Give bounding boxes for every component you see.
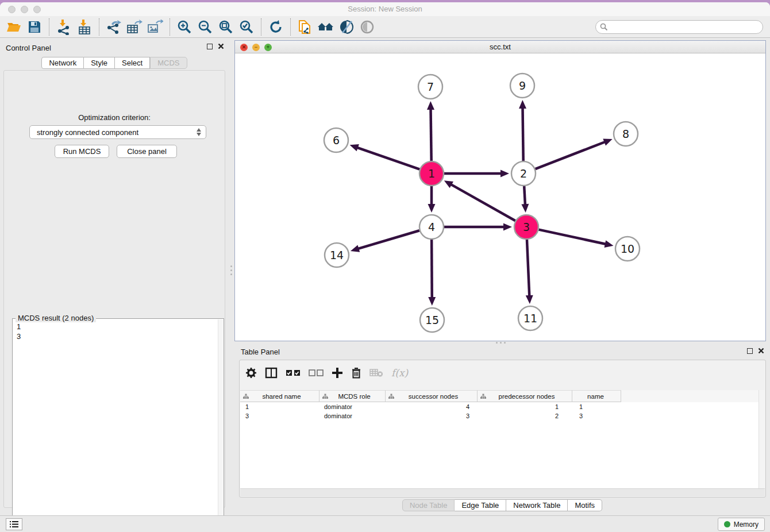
- table-row[interactable]: 3 dominator 3 2 3: [240, 411, 765, 421]
- cell-name[interactable]: 1: [572, 402, 621, 411]
- cell-predecessor-nodes[interactable]: 2: [478, 411, 572, 421]
- optimization-criterion-label: Optimization criterion:: [4, 113, 225, 122]
- table-row[interactable]: 1 dominator 4 1 1: [240, 402, 765, 411]
- cell-shared-name[interactable]: 3: [240, 411, 319, 421]
- table-panel-tabs: Node Table Edge Table Network Table Moti…: [234, 499, 770, 511]
- graph-edge-1-7[interactable]: [431, 109, 432, 161]
- open-file-button[interactable]: [3, 18, 24, 36]
- delete-table-button[interactable]: [369, 368, 383, 377]
- duplicate-network-button[interactable]: [295, 18, 315, 36]
- graph-edge-4-14[interactable]: [357, 230, 419, 249]
- apply-style-button[interactable]: [336, 18, 357, 36]
- zoom-selected-button[interactable]: [236, 18, 257, 36]
- node-table: shared name MCDS role successor nodes pr…: [240, 390, 765, 488]
- tree-icon: [388, 394, 394, 399]
- graph-edge-arrowhead: [351, 245, 360, 252]
- cell-predecessor-nodes[interactable]: 1: [478, 402, 572, 411]
- list-icon: [10, 521, 19, 528]
- refresh-button[interactable]: [265, 18, 286, 36]
- column-header-name[interactable]: name: [572, 390, 621, 402]
- run-mcds-button[interactable]: Run MCDS: [55, 145, 109, 158]
- tab-motifs[interactable]: Motifs: [568, 499, 602, 511]
- column-visibility-button[interactable]: [265, 367, 278, 379]
- import-network-button[interactable]: [53, 18, 74, 36]
- vertical-splitter[interactable]: [229, 265, 233, 280]
- hide-graphics-button[interactable]: [357, 18, 378, 36]
- select-all-button[interactable]: [286, 369, 301, 377]
- import-table-button[interactable]: [74, 18, 95, 36]
- zoom-fit-button[interactable]: [215, 18, 236, 36]
- table-panel-title: Table Panel: [241, 348, 280, 356]
- tab-edge-table[interactable]: Edge Table: [455, 499, 506, 511]
- task-history-button[interactable]: [6, 518, 22, 530]
- zoom-out-button[interactable]: [195, 18, 215, 36]
- column-header-mcds-role[interactable]: MCDS role: [319, 390, 386, 402]
- show-all-networks-button[interactable]: [315, 18, 336, 36]
- table-horizontal-scrollbar[interactable]: [240, 488, 765, 496]
- function-builder-button[interactable]: f(x): [391, 367, 408, 379]
- network-canvas[interactable]: 7968124314101511: [235, 53, 765, 341]
- tree-icon: [243, 394, 249, 399]
- export-network-button[interactable]: [103, 18, 124, 36]
- graph-node-label-4: 4: [428, 221, 435, 233]
- cell-name[interactable]: 3: [572, 411, 621, 421]
- graph-edge-1-6[interactable]: [357, 148, 419, 169]
- graph-edge-4-15[interactable]: [432, 240, 432, 298]
- control-panel-close-button[interactable]: [218, 43, 224, 49]
- column-header-predecessor-nodes[interactable]: predecessor nodes: [478, 390, 572, 402]
- delete-row-button[interactable]: [351, 367, 361, 379]
- network-window: ✕ − + scc.txt 7968124314101511: [234, 40, 766, 341]
- network-window-title: scc.txt: [235, 43, 765, 51]
- tab-select[interactable]: Select: [115, 57, 150, 69]
- export-network-icon: [106, 20, 122, 34]
- table-panel-float-button[interactable]: [747, 348, 753, 354]
- cell-successor-nodes[interactable]: 4: [386, 402, 478, 411]
- graph-node-label-6: 6: [333, 134, 340, 147]
- table-vertical-scrollbar[interactable]: [759, 390, 765, 488]
- close-panel-button[interactable]: Close panel: [117, 145, 177, 158]
- memory-button[interactable]: Memory: [718, 518, 765, 531]
- table-options-gear-button[interactable]: [245, 367, 257, 379]
- graph-edge-2-9[interactable]: [522, 107, 523, 161]
- cell-mcds-role[interactable]: dominator: [319, 411, 386, 421]
- zoom-out-icon: [198, 20, 213, 34]
- graph-node-label-15: 15: [425, 314, 439, 326]
- tab-style[interactable]: Style: [84, 57, 115, 69]
- cell-shared-name[interactable]: 1: [240, 402, 319, 411]
- graph-edge-arrowhead: [500, 170, 509, 178]
- deselect-all-button[interactable]: [309, 369, 324, 377]
- toolbar-separator: [290, 18, 291, 36]
- control-panel-float-button[interactable]: [207, 44, 213, 49]
- graph-edge-3-10[interactable]: [539, 230, 606, 244]
- cell-successor-nodes[interactable]: 3: [386, 411, 478, 421]
- column-header-shared-name[interactable]: shared name: [240, 390, 319, 402]
- export-image-icon: [147, 20, 163, 34]
- tab-node-table[interactable]: Node Table: [402, 499, 455, 511]
- save-session-button[interactable]: [24, 18, 45, 36]
- mcds-result-scrollbar[interactable]: [218, 319, 223, 532]
- table-panel: Table Panel f(x) shared name MCDS role s: [234, 345, 770, 515]
- criterion-select[interactable]: strongly connected component: [29, 125, 206, 139]
- graph-edge-2-8[interactable]: [536, 142, 606, 169]
- add-row-button[interactable]: [332, 367, 343, 379]
- mcds-result-text[interactable]: 1 3: [17, 322, 21, 341]
- refresh-icon: [268, 20, 283, 34]
- export-table-button[interactable]: [124, 18, 145, 36]
- tab-network-table[interactable]: Network Table: [506, 499, 568, 511]
- tab-network[interactable]: Network: [41, 57, 84, 69]
- search-input[interactable]: [595, 20, 763, 34]
- tab-mcds[interactable]: MCDS: [150, 57, 187, 69]
- graph-node-label-9: 9: [519, 79, 526, 92]
- column-header-successor-nodes[interactable]: successor nodes: [386, 390, 478, 402]
- table-panel-close-button[interactable]: [758, 348, 764, 354]
- zoom-in-button[interactable]: [174, 18, 195, 36]
- graph-edge-3-1[interactable]: [451, 184, 515, 221]
- graph-edge-arrowhead: [428, 297, 436, 306]
- eye-icon: [360, 20, 375, 34]
- graph-edge-2-3[interactable]: [524, 186, 525, 205]
- export-image-button[interactable]: [145, 18, 165, 36]
- table-panel-body: f(x) shared name MCDS role successor nod…: [239, 360, 766, 498]
- graph-edge-3-11[interactable]: [527, 240, 529, 296]
- select-stepper-icon: [197, 128, 201, 136]
- cell-mcds-role[interactable]: dominator: [319, 402, 386, 411]
